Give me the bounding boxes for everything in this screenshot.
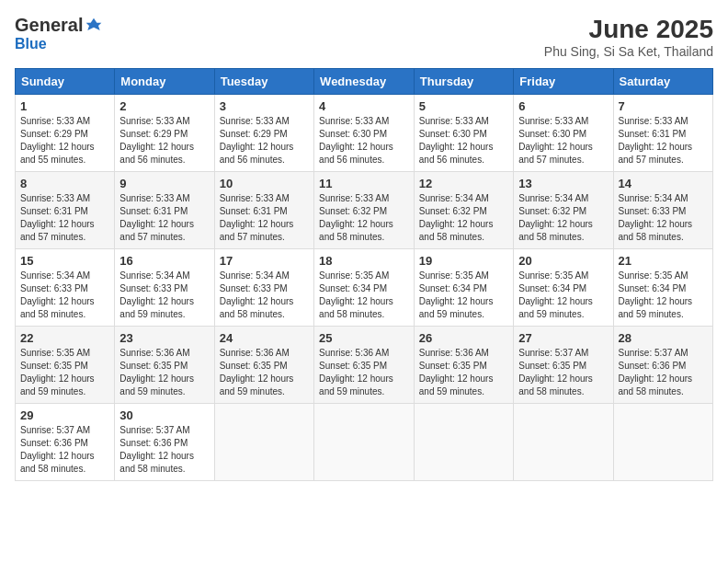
day-number: 10 [220,177,309,190]
table-row: 27 Sunrise: 5:37 AM Sunset: 6:35 PM Dayl… [514,327,613,404]
col-tuesday: Tuesday [214,69,313,95]
table-row: 9 Sunrise: 5:33 AM Sunset: 6:31 PM Dayli… [115,172,214,249]
day-info: Sunrise: 5:34 AM Sunset: 6:33 PM Dayligh… [20,270,109,321]
day-number: 7 [619,99,709,113]
day-number: 19 [419,254,508,268]
table-row: 2 Sunrise: 5:33 AM Sunset: 6:29 PM Dayli… [115,95,214,172]
table-row [214,404,313,481]
day-info: Sunrise: 5:33 AM Sunset: 6:32 PM Dayligh… [319,192,409,244]
day-number: 27 [518,331,608,345]
table-row: 14 Sunrise: 5:34 AM Sunset: 6:33 PM Dayl… [613,172,713,249]
day-info: Sunrise: 5:33 AM Sunset: 6:31 PM Dayligh… [119,192,209,244]
day-info: Sunrise: 5:34 AM Sunset: 6:32 PM Dayligh… [419,192,508,244]
day-number: 30 [119,408,209,422]
table-row: 23 Sunrise: 5:36 AM Sunset: 6:35 PM Dayl… [115,327,214,404]
day-number: 3 [220,99,309,113]
table-row: 16 Sunrise: 5:34 AM Sunset: 6:33 PM Dayl… [115,249,214,327]
day-number: 6 [518,99,608,113]
day-info: Sunrise: 5:37 AM Sunset: 6:36 PM Dayligh… [619,347,709,398]
table-row: 10 Sunrise: 5:33 AM Sunset: 6:31 PM Dayl… [214,172,313,249]
day-number: 23 [119,331,209,345]
table-row: 20 Sunrise: 5:35 AM Sunset: 6:34 PM Dayl… [514,249,613,327]
day-info: Sunrise: 5:33 AM Sunset: 6:31 PM Dayligh… [20,192,109,244]
table-row: 18 Sunrise: 5:35 AM Sunset: 6:34 PM Dayl… [314,249,415,327]
calendar-table: Sunday Monday Tuesday Wednesday Thursday… [15,68,713,481]
day-info: Sunrise: 5:35 AM Sunset: 6:34 PM Dayligh… [419,270,508,321]
day-info: Sunrise: 5:36 AM Sunset: 6:35 PM Dayligh… [119,347,209,398]
day-info: Sunrise: 5:35 AM Sunset: 6:34 PM Dayligh… [518,270,608,321]
table-row: 11 Sunrise: 5:33 AM Sunset: 6:32 PM Dayl… [314,172,415,249]
table-row [613,404,713,481]
logo-general-text: General [15,15,83,36]
table-row: 5 Sunrise: 5:33 AM Sunset: 6:30 PM Dayli… [414,95,513,172]
col-thursday: Thursday [414,69,513,95]
table-row: 8 Sunrise: 5:33 AM Sunset: 6:31 PM Dayli… [16,172,115,249]
day-number: 11 [319,177,409,190]
day-info: Sunrise: 5:37 AM Sunset: 6:36 PM Dayligh… [119,424,209,476]
table-row: 7 Sunrise: 5:33 AM Sunset: 6:31 PM Dayli… [613,95,713,172]
location-text: Phu Sing, Si Sa Ket, Thailand [544,44,713,59]
calendar-week-row: 22 Sunrise: 5:35 AM Sunset: 6:35 PM Dayl… [16,327,713,404]
day-number: 14 [619,177,709,190]
day-info: Sunrise: 5:34 AM Sunset: 6:33 PM Dayligh… [119,270,209,321]
day-number: 5 [419,99,508,113]
table-row: 19 Sunrise: 5:35 AM Sunset: 6:34 PM Dayl… [414,249,513,327]
table-row: 25 Sunrise: 5:36 AM Sunset: 6:35 PM Dayl… [314,327,415,404]
day-info: Sunrise: 5:36 AM Sunset: 6:35 PM Dayligh… [220,347,309,398]
day-number: 17 [220,254,309,268]
calendar-week-row: 8 Sunrise: 5:33 AM Sunset: 6:31 PM Dayli… [16,172,713,249]
col-wednesday: Wednesday [314,69,415,95]
day-number: 18 [319,254,409,268]
table-row: 15 Sunrise: 5:34 AM Sunset: 6:33 PM Dayl… [16,249,115,327]
title-section: June 2025 Phu Sing, Si Sa Ket, Thailand [544,15,713,59]
day-info: Sunrise: 5:33 AM Sunset: 6:30 PM Dayligh… [319,115,409,167]
table-row: 1 Sunrise: 5:33 AM Sunset: 6:29 PM Dayli… [16,95,115,172]
day-number: 2 [119,99,209,113]
col-sunday: Sunday [16,69,115,95]
logo-icon [85,17,103,35]
day-info: Sunrise: 5:37 AM Sunset: 6:36 PM Dayligh… [20,424,109,476]
table-row: 13 Sunrise: 5:34 AM Sunset: 6:32 PM Dayl… [514,172,613,249]
logo-blue-text: Blue [15,36,47,52]
table-row [514,404,613,481]
calendar-week-row: 1 Sunrise: 5:33 AM Sunset: 6:29 PM Dayli… [16,95,713,172]
table-row: 30 Sunrise: 5:37 AM Sunset: 6:36 PM Dayl… [115,404,214,481]
day-number: 9 [119,177,209,190]
col-saturday: Saturday [613,69,713,95]
day-info: Sunrise: 5:34 AM Sunset: 6:33 PM Dayligh… [220,270,309,321]
day-number: 4 [319,99,409,113]
day-info: Sunrise: 5:36 AM Sunset: 6:35 PM Dayligh… [319,347,409,398]
day-info: Sunrise: 5:34 AM Sunset: 6:32 PM Dayligh… [518,192,608,244]
table-row: 21 Sunrise: 5:35 AM Sunset: 6:34 PM Dayl… [613,249,713,327]
day-info: Sunrise: 5:35 AM Sunset: 6:34 PM Dayligh… [319,270,409,321]
day-info: Sunrise: 5:33 AM Sunset: 6:29 PM Dayligh… [20,115,109,167]
table-row: 26 Sunrise: 5:36 AM Sunset: 6:35 PM Dayl… [414,327,513,404]
day-number: 24 [220,331,309,345]
day-number: 26 [419,331,508,345]
table-row: 22 Sunrise: 5:35 AM Sunset: 6:35 PM Dayl… [16,327,115,404]
day-info: Sunrise: 5:36 AM Sunset: 6:35 PM Dayligh… [419,347,508,398]
day-number: 20 [518,254,608,268]
day-info: Sunrise: 5:35 AM Sunset: 6:34 PM Dayligh… [619,270,709,321]
day-info: Sunrise: 5:33 AM Sunset: 6:29 PM Dayligh… [220,115,309,167]
day-number: 8 [20,177,109,190]
table-row: 3 Sunrise: 5:33 AM Sunset: 6:29 PM Dayli… [214,95,313,172]
table-row: 12 Sunrise: 5:34 AM Sunset: 6:32 PM Dayl… [414,172,513,249]
table-row [314,404,415,481]
day-number: 13 [518,177,608,190]
day-info: Sunrise: 5:33 AM Sunset: 6:30 PM Dayligh… [518,115,608,167]
table-row: 24 Sunrise: 5:36 AM Sunset: 6:35 PM Dayl… [214,327,313,404]
day-info: Sunrise: 5:33 AM Sunset: 6:31 PM Dayligh… [220,192,309,244]
table-row: 29 Sunrise: 5:37 AM Sunset: 6:36 PM Dayl… [16,404,115,481]
day-number: 28 [619,331,709,345]
calendar-header-row: Sunday Monday Tuesday Wednesday Thursday… [16,69,713,95]
day-info: Sunrise: 5:33 AM Sunset: 6:29 PM Dayligh… [119,115,209,167]
day-info: Sunrise: 5:34 AM Sunset: 6:33 PM Dayligh… [619,192,709,244]
calendar-week-row: 29 Sunrise: 5:37 AM Sunset: 6:36 PM Dayl… [16,404,713,481]
day-info: Sunrise: 5:35 AM Sunset: 6:35 PM Dayligh… [20,347,109,398]
day-number: 12 [419,177,508,190]
table-row: 17 Sunrise: 5:34 AM Sunset: 6:33 PM Dayl… [214,249,313,327]
day-number: 15 [20,254,109,268]
day-number: 1 [20,99,109,113]
table-row [414,404,513,481]
